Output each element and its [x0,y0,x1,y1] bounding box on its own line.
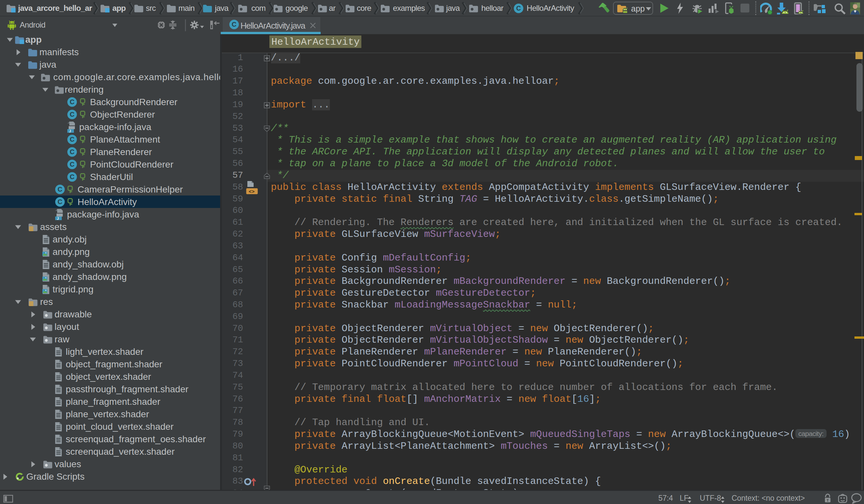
svg-text:J: J [57,217,59,220]
svg-text:<>: <> [249,189,255,195]
svg-text:J: J [69,129,71,133]
svg-text:T: T [827,499,829,502]
